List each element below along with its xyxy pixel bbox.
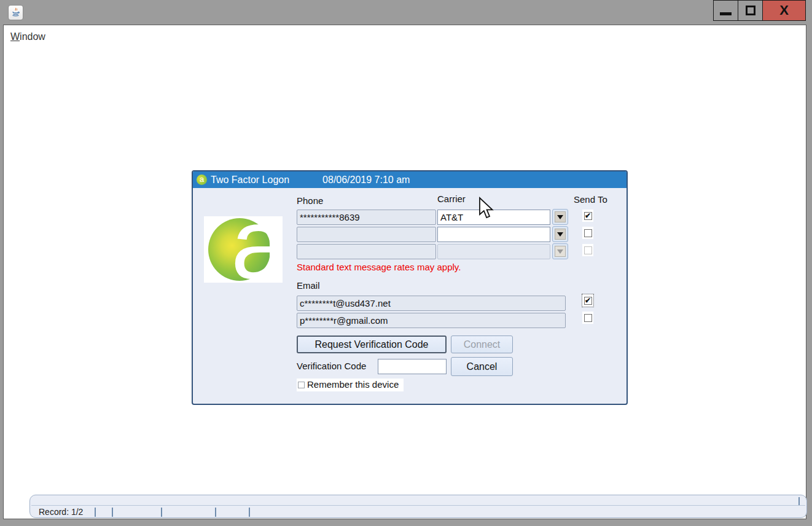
menu-window[interactable]: Window <box>10 31 45 42</box>
phone-label: Phone <box>297 195 323 206</box>
email-field-1[interactable] <box>297 296 566 311</box>
mouse-cursor-icon <box>478 197 494 219</box>
status-bar-segment-divider <box>95 508 96 517</box>
carrier-dropdown-2[interactable] <box>552 226 568 242</box>
phone-field-3[interactable] <box>297 244 436 259</box>
carrier-dropdown-1[interactable] <box>552 209 568 225</box>
verification-code-label: Verification Code <box>297 361 366 371</box>
carrier-label: Carrier <box>437 194 466 204</box>
status-bar: Record: 1/2 <box>29 495 807 518</box>
dialog-datetime: 08/06/2019 7:10 am <box>322 175 410 186</box>
checkbox-check-icon <box>584 246 592 254</box>
carrier-dropdown-3 <box>552 243 568 259</box>
verification-code-input[interactable] <box>378 359 447 374</box>
company-logo: a <box>204 216 283 283</box>
chevron-down-icon <box>557 232 563 237</box>
checkbox-check-icon <box>584 314 592 322</box>
connect-button: Connect <box>451 336 513 353</box>
menu-bar: Window <box>10 31 45 42</box>
status-bar-divider <box>31 505 805 506</box>
email-field-2[interactable] <box>297 313 566 328</box>
maximize-button[interactable] <box>738 0 763 21</box>
request-verification-code-button[interactable]: Request Verification Code <box>297 336 447 353</box>
status-bar-segment-divider <box>215 508 216 517</box>
dialog-titlebar[interactable]: a Two Factor Logon 08/06/2019 7:10 am <box>193 171 627 188</box>
send-to-checkbox-1[interactable]: ✔ <box>582 210 593 222</box>
checkbox-check-icon: ✔ <box>584 297 592 305</box>
email-label: Email <box>297 280 320 291</box>
phone-field-2[interactable] <box>297 227 436 242</box>
close-button[interactable]: X <box>762 0 806 21</box>
minimize-button[interactable] <box>713 0 738 21</box>
dialog-title: Two Factor Logon <box>211 175 289 186</box>
maximize-icon <box>746 6 755 15</box>
chevron-down-icon <box>557 215 563 219</box>
carrier-field-3 <box>437 244 550 259</box>
checkbox-check-icon: ✔ <box>584 212 592 220</box>
dialog-body: a Phone Carrier Send To <box>193 188 627 404</box>
window-titlebar[interactable]: X <box>0 0 812 25</box>
status-bar-segment-divider <box>112 508 113 517</box>
two-factor-logon-dialog: a Two Factor Logon 08/06/2019 7:10 am a … <box>192 170 628 405</box>
status-bar-segment-divider <box>161 508 162 517</box>
email-checkbox-1[interactable]: ✔ <box>582 294 593 307</box>
send-to-checkbox-3 <box>582 244 593 256</box>
email-checkbox-2[interactable] <box>582 312 593 324</box>
status-bar-segment-divider <box>798 497 800 505</box>
java-coffee-icon <box>10 7 21 18</box>
chevron-down-icon <box>557 249 563 254</box>
main-content-area: Window a Two Factor Logon 08/06/2019 7:1… <box>3 25 806 519</box>
cancel-button[interactable]: Cancel <box>451 357 513 376</box>
checkbox-check-icon <box>584 229 592 237</box>
send-to-checkbox-2[interactable] <box>582 227 593 239</box>
close-icon: X <box>779 4 789 17</box>
record-indicator: Record: 1/2 <box>39 507 83 517</box>
logo-letter: a <box>231 216 283 283</box>
status-bar-segment-divider <box>249 508 250 517</box>
minimize-icon <box>720 12 732 15</box>
remember-device-row: Remember this device <box>297 379 404 391</box>
remember-device-label: Remember this device <box>307 379 399 390</box>
application-window: { "window": { "menu": { "window_first": … <box>0 0 812 526</box>
app-menu-button[interactable] <box>8 5 23 20</box>
dialog-logo-icon: a <box>197 175 207 185</box>
sms-rates-notice: Standard text message rates may apply. <box>297 262 461 272</box>
carrier-field-2[interactable] <box>437 227 550 242</box>
phone-field-1[interactable] <box>297 210 436 225</box>
send-to-label: Send To <box>574 194 607 205</box>
remember-device-checkbox[interactable] <box>298 382 305 388</box>
